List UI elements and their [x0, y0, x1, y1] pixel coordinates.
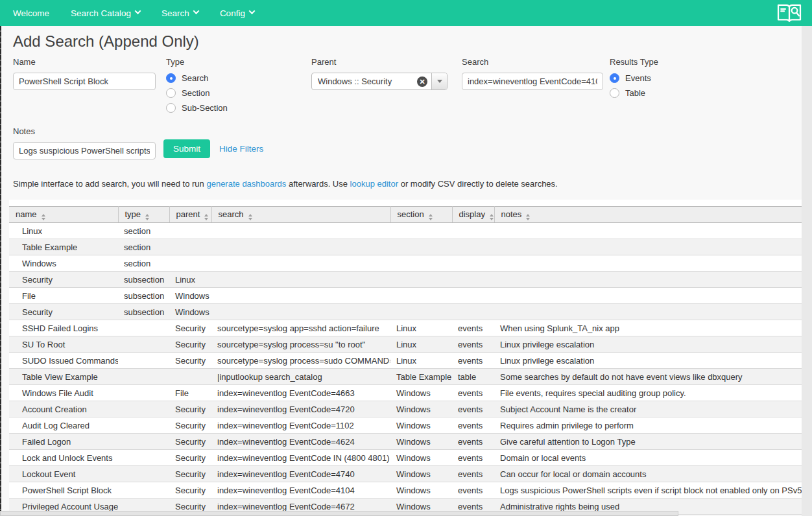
radio-type-subsection[interactable]: Sub-Section — [166, 100, 228, 115]
parent-field-group: Parent Windows :: Security ✕ — [311, 57, 448, 90]
table-cell: events — [452, 336, 494, 353]
parent-combobox[interactable]: Windows :: Security ✕ — [311, 73, 448, 90]
table-cell — [118, 353, 169, 369]
table-cell: subsection — [118, 272, 169, 288]
table-cell: Windows — [390, 434, 452, 450]
table-row: SecuritysubsectionWindows — [9, 304, 802, 320]
name-input[interactable] — [13, 73, 156, 90]
nav-item-search[interactable]: Search — [161, 8, 198, 18]
column-header-parent[interactable]: parent — [169, 207, 211, 223]
table-cell: Linux — [390, 336, 452, 353]
radio-type-search[interactable]: Search — [166, 71, 228, 86]
table-cell — [169, 255, 211, 272]
table-cell — [118, 320, 169, 336]
column-header-display[interactable]: display — [452, 207, 494, 223]
table-cell: index=wineventlog EventCode=4624 — [211, 434, 390, 450]
table-cell: Windows File Audit — [9, 385, 118, 401]
sort-icon — [204, 214, 208, 220]
radio-results-table[interactable]: Table — [610, 86, 658, 100]
table-row: Windowssection — [9, 255, 802, 272]
clear-icon[interactable]: ✕ — [417, 76, 427, 87]
search-field-group: Search — [462, 57, 603, 90]
table-cell: PowerShell Script Block — [9, 482, 118, 498]
column-header-section[interactable]: section — [390, 207, 452, 223]
hide-filters-link[interactable]: Hide Filters — [219, 144, 263, 154]
table-cell: Linux — [9, 223, 118, 239]
table-cell — [390, 239, 452, 255]
radio-label: Section — [182, 88, 209, 98]
table-cell: Lockout Event — [9, 466, 118, 482]
column-header-type[interactable]: type — [118, 207, 169, 223]
table-row: Linuxsection — [9, 223, 802, 239]
results-type-field-group: Results Type Events Table — [610, 57, 658, 100]
radio-type-section[interactable]: Section — [166, 86, 228, 100]
instruction-text: Simple interface to add search, you will… — [13, 179, 558, 189]
radio-unselected-icon[interactable] — [610, 88, 619, 98]
column-header-notes[interactable]: notes — [494, 207, 802, 223]
nav-item-config[interactable]: Config — [220, 8, 254, 18]
submit-button[interactable]: Submit — [163, 139, 210, 158]
scrollbar-corner — [802, 511, 812, 516]
table-cell — [211, 304, 390, 320]
table-cell: Windows — [169, 288, 211, 304]
table-cell — [118, 369, 169, 385]
nav-item-search-catalog[interactable]: Search Catalog — [71, 8, 140, 18]
radio-results-events[interactable]: Events — [610, 71, 658, 86]
notes-input[interactable] — [13, 142, 156, 159]
chevron-down-icon — [135, 8, 141, 14]
table-cell: events — [452, 353, 494, 369]
table-cell: Windows — [390, 466, 452, 482]
table-cell: subsection — [118, 288, 169, 304]
table-cell: Can occur for local or domain accounts — [494, 466, 802, 482]
nav-item-label: Search Catalog — [71, 8, 131, 18]
sort-icon — [42, 214, 45, 220]
table-row: Table View Example|inputlookup search_ca… — [9, 369, 802, 385]
background-window-sliver — [0, 26, 1, 516]
table-cell: Requires admin privilege to perform — [494, 417, 802, 434]
sort-icon — [145, 214, 149, 220]
table-row: FilesubsectionWindows — [9, 288, 802, 304]
table-cell: Table Example — [9, 239, 118, 255]
table-row: Account CreationSecurityindex=wineventlo… — [9, 401, 802, 417]
lookup-editor-link[interactable]: lookup editor — [350, 179, 398, 189]
name-field-group: Name — [13, 57, 156, 90]
column-header-name[interactable]: name — [9, 207, 118, 223]
table-cell: File — [169, 385, 211, 401]
radio-selected-icon[interactable] — [166, 73, 176, 83]
search-catalog-table: name type parent search section display … — [9, 200, 802, 515]
table-cell: index=wineventlog EventCode=4740 — [211, 466, 390, 482]
table-cell: events — [452, 482, 494, 498]
radio-label: Table — [625, 88, 645, 98]
table-cell — [169, 369, 211, 385]
radio-selected-icon[interactable] — [610, 73, 619, 83]
table-cell: Security — [169, 401, 211, 417]
table-cell: events — [452, 401, 494, 417]
nav-item-label: Config — [220, 8, 245, 18]
type-field-group: Type Search Section Sub-Section — [166, 57, 228, 115]
open-book-magnifier-icon[interactable] — [776, 3, 803, 27]
table-top-strip — [9, 200, 802, 206]
table-cell: events — [452, 320, 494, 336]
table-cell — [494, 255, 802, 272]
column-header-search[interactable]: search — [211, 207, 390, 223]
table-cell: events — [452, 385, 494, 401]
nav-item-welcome[interactable]: Welcome — [13, 8, 49, 18]
table-cell: index=wineventlog EventCode=4104 — [211, 482, 390, 498]
table-cell — [169, 223, 211, 239]
table-cell: Linux — [390, 320, 452, 336]
radio-unselected-icon[interactable] — [166, 88, 176, 98]
results-type-label: Results Type — [610, 57, 658, 67]
table-cell — [494, 223, 802, 239]
chevron-down-icon — [193, 8, 199, 14]
table-cell — [118, 434, 169, 450]
generate-dashboards-link[interactable]: generate dashboards — [206, 179, 286, 189]
vertical-scrollbar-track[interactable] — [802, 26, 812, 516]
table-cell — [211, 288, 390, 304]
search-input[interactable] — [462, 73, 603, 90]
radio-unselected-icon[interactable] — [166, 103, 176, 113]
dropdown-toggle-button[interactable] — [431, 73, 447, 89]
table-cell: index=wineventlog EventCode=4663 — [211, 385, 390, 401]
horizontal-scrollbar-thumb[interactable] — [0, 511, 678, 516]
table-row: SecuritysubsectionLinux — [9, 272, 802, 288]
table-row: Failed LogonSecurityindex=wineventlog Ev… — [9, 434, 802, 450]
